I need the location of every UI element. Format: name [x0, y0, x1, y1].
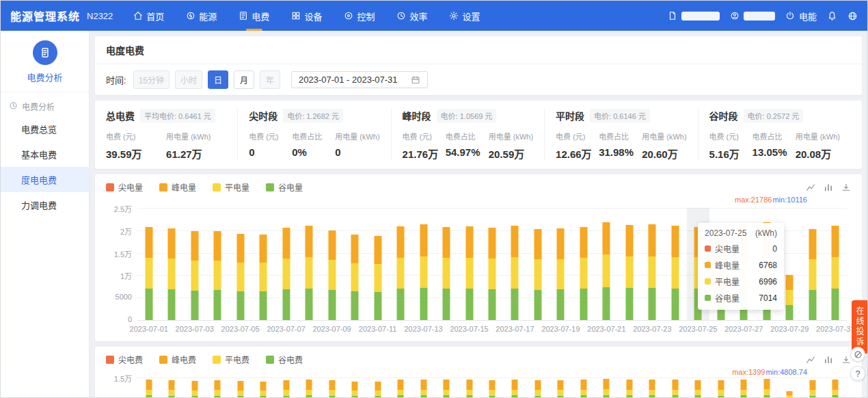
- bar-2023-07-06[interactable]: [260, 235, 267, 320]
- bar-2023-07-06[interactable]: [260, 382, 267, 397]
- legend-谷电量[interactable]: 谷电量: [266, 181, 303, 193]
- metric-label: 电费 (元): [709, 131, 752, 142]
- bar-2023-07-04[interactable]: [214, 231, 221, 320]
- time-button-小时[interactable]: 小时: [175, 70, 202, 89]
- bar-2023-07-18[interactable]: [534, 229, 541, 320]
- bar-2023-07-30[interactable]: [809, 380, 815, 397]
- bar-2023-07-11[interactable]: [374, 236, 381, 320]
- bar-2023-07-03[interactable]: [191, 381, 198, 397]
- nav-item-控制[interactable]: 控制: [344, 1, 375, 31]
- bar-2023-07-03[interactable]: [191, 231, 198, 320]
- bar-2023-07-02[interactable]: [168, 228, 176, 320]
- chart-type-line-icon[interactable]: [806, 355, 815, 364]
- bar-2023-07-19[interactable]: [558, 380, 564, 397]
- sidebar-panel-header[interactable]: 电费分析: [1, 31, 89, 92]
- bar-2023-07-16[interactable]: [489, 380, 496, 397]
- service-button[interactable]: [850, 347, 865, 362]
- nav-item-能源[interactable]: 能源: [186, 1, 217, 31]
- sidebar-item-基本电费[interactable]: 基本电费: [1, 142, 89, 167]
- download-chart-icon[interactable]: [841, 183, 851, 192]
- sidebar-item-度电电费[interactable]: 度电电费: [1, 167, 89, 192]
- nav-item-电费[interactable]: 电费: [239, 1, 269, 31]
- bar-2023-07-11[interactable]: [375, 382, 381, 397]
- bar-2023-07-19[interactable]: [557, 228, 565, 320]
- bar-2023-07-05[interactable]: [236, 234, 244, 320]
- bar-2023-07-01[interactable]: [145, 227, 152, 320]
- bar-2023-07-28[interactable]: [763, 379, 770, 397]
- date-range-picker[interactable]: 2023-07-01 - 2023-07-31: [291, 71, 428, 88]
- chart-type-bar-icon[interactable]: [824, 355, 833, 364]
- bar-2023-07-23[interactable]: [649, 224, 656, 320]
- energy-mode-switch[interactable]: 电能: [785, 10, 817, 23]
- bar-2023-07-21[interactable]: [603, 379, 610, 397]
- language-button[interactable]: [847, 11, 858, 21]
- bar-2023-07-08[interactable]: [306, 226, 313, 320]
- online-complaint-tab[interactable]: 在线投诉: [852, 300, 867, 354]
- time-button-日[interactable]: 日: [208, 70, 228, 89]
- bar-2023-07-05[interactable]: [237, 381, 243, 397]
- legend-峰电量[interactable]: 峰电量: [159, 181, 196, 193]
- bar-2023-07-23[interactable]: [649, 380, 655, 397]
- bar-2023-07-16[interactable]: [489, 228, 496, 320]
- bar-2023-07-21[interactable]: [603, 222, 610, 320]
- bar-2023-07-15[interactable]: [465, 226, 473, 320]
- bar-2023-07-15[interactable]: [466, 380, 472, 397]
- bar-2023-07-26[interactable]: [718, 380, 724, 397]
- bar-2023-07-31[interactable]: [832, 380, 839, 397]
- nav-item-设备[interactable]: 设备: [291, 1, 322, 31]
- bar-2023-07-10[interactable]: [352, 382, 358, 397]
- bar-2023-07-20[interactable]: [580, 380, 586, 397]
- org-selector[interactable]: [668, 11, 720, 21]
- legend-平电费[interactable]: 平电费: [213, 354, 249, 365]
- bar-2023-07-14[interactable]: [444, 380, 450, 397]
- bar-2023-07-17[interactable]: [512, 380, 518, 397]
- bar-2023-07-29[interactable]: [786, 275, 794, 320]
- bar-2023-07-31[interactable]: [832, 226, 839, 320]
- chart-type-bar-icon[interactable]: [824, 183, 833, 192]
- bar-2023-07-30[interactable]: [809, 229, 816, 320]
- nav-item-效率[interactable]: 效率: [396, 1, 427, 31]
- legend-谷电费[interactable]: 谷电费: [266, 354, 303, 365]
- help-button[interactable]: ?: [850, 366, 865, 381]
- time-button-15分钟[interactable]: 15分钟: [133, 70, 169, 89]
- bar-2023-07-13[interactable]: [420, 380, 426, 397]
- bar-2023-07-24[interactable]: [672, 380, 678, 397]
- bar-2023-07-18[interactable]: [534, 380, 541, 397]
- bar-2023-07-02[interactable]: [169, 380, 175, 397]
- bar-2023-07-01[interactable]: [146, 380, 152, 397]
- time-button-年[interactable]: 年: [260, 70, 280, 89]
- bar-2023-07-12[interactable]: [397, 226, 405, 320]
- bar-2023-07-07[interactable]: [283, 380, 289, 398]
- bar-2023-07-22[interactable]: [626, 380, 632, 397]
- nav-item-首页[interactable]: 首页: [133, 1, 164, 31]
- bar-2023-07-09[interactable]: [329, 380, 335, 397]
- bar-2023-07-07[interactable]: [282, 228, 290, 320]
- notifications-button[interactable]: [827, 11, 837, 21]
- bar-2023-07-20[interactable]: [580, 227, 587, 320]
- bar-2023-07-09[interactable]: [328, 230, 336, 320]
- legend-峰电费[interactable]: 峰电费: [159, 354, 196, 365]
- sidebar-item-电费总览[interactable]: 电费总览: [1, 116, 89, 142]
- bar-2023-07-13[interactable]: [420, 224, 427, 320]
- bar-2023-07-10[interactable]: [351, 235, 359, 320]
- time-button-月[interactable]: 月: [234, 70, 254, 89]
- legend-平电量[interactable]: 平电量: [213, 181, 249, 193]
- bar-2023-07-29[interactable]: [787, 391, 793, 397]
- bar-2023-07-04[interactable]: [215, 380, 221, 397]
- legend-尖电费[interactable]: 尖电费: [106, 354, 143, 365]
- download-chart-icon[interactable]: [841, 355, 851, 364]
- bar-2023-07-17[interactable]: [511, 226, 519, 320]
- bar-2023-07-27[interactable]: [741, 380, 747, 397]
- sidebar-item-力调电费[interactable]: 力调电费: [1, 192, 89, 217]
- user-selector[interactable]: [730, 11, 775, 21]
- bar-2023-07-14[interactable]: [443, 227, 450, 320]
- chart-type-line-icon[interactable]: [806, 183, 815, 192]
- legend-尖电量[interactable]: 尖电量: [106, 181, 143, 193]
- bar-2023-07-24[interactable]: [671, 226, 679, 320]
- bar-2023-07-25[interactable]: [695, 380, 701, 397]
- bar-2023-07-12[interactable]: [398, 380, 404, 397]
- nav-item-设置[interactable]: 设置: [449, 1, 480, 31]
- bar-2023-07-08[interactable]: [306, 380, 312, 397]
- tooltip-value: 0: [772, 244, 777, 254]
- bar-2023-07-22[interactable]: [625, 225, 633, 320]
